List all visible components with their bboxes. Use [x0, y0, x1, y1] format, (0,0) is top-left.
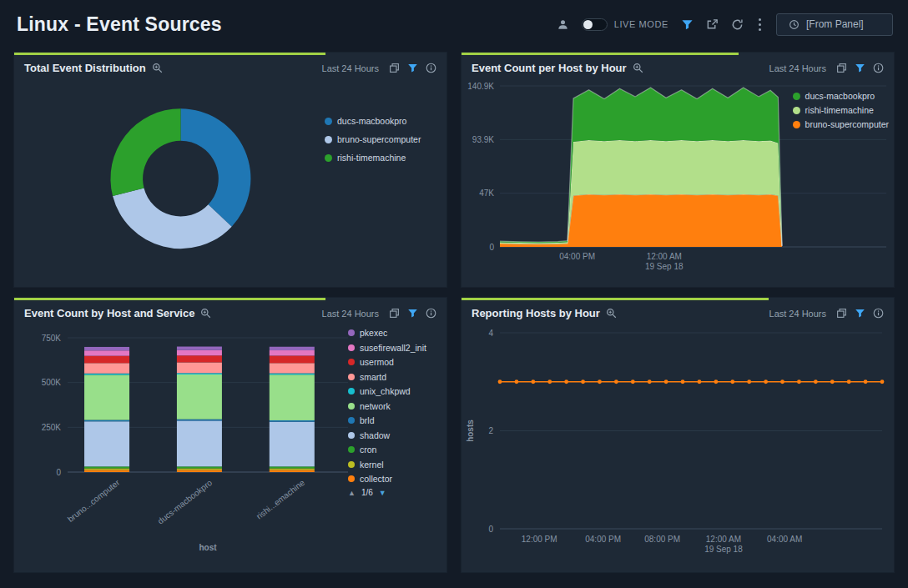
info-icon[interactable] — [426, 63, 436, 73]
zoom-in-icon[interactable] — [606, 308, 617, 319]
svg-text:4: 4 — [488, 329, 493, 338]
legend-label: unix_chkpwd — [360, 386, 411, 396]
legend-item[interactable]: pkexec — [348, 328, 440, 338]
svg-text:04:00 PM: 04:00 PM — [559, 252, 595, 261]
legend-item[interactable]: network — [348, 401, 440, 411]
legend-dot — [348, 446, 355, 453]
svg-text:250K: 250K — [42, 423, 62, 432]
legend-dot — [348, 374, 355, 380]
live-mode-toggle[interactable] — [582, 18, 608, 31]
legend-label: ducs-macbookpro — [337, 116, 406, 126]
clock-icon — [789, 19, 800, 30]
legend-item[interactable]: shadow — [348, 430, 440, 440]
chart-legend: ducs-macbookprobruno-supercomputerrishi-… — [325, 116, 421, 163]
info-icon[interactable] — [426, 308, 436, 319]
legend-item[interactable]: usermod — [348, 357, 440, 367]
time-range-label: Last 24 Hours — [769, 309, 826, 319]
svg-text:12:00 PM: 12:00 PM — [522, 535, 557, 544]
zoom-in-icon[interactable] — [633, 63, 643, 73]
legend-label: bruno-supercomputer — [805, 119, 889, 129]
legend-item[interactable]: smartd — [348, 372, 440, 382]
svg-text:12:00 AM: 12:00 AM — [647, 252, 682, 261]
svg-text:500K: 500K — [42, 378, 62, 387]
legend-label: network — [360, 401, 391, 411]
panel-header: Reporting Hosts by Hour Last 24 Hours — [462, 298, 894, 324]
top-bar: Linux - Event Sources LIVE MODE [From P — [0, 0, 908, 48]
legend-dot — [793, 121, 800, 128]
zoom-in-icon[interactable] — [152, 63, 163, 73]
panel-filter-icon[interactable] — [407, 63, 418, 73]
legend-item[interactable]: collector — [348, 474, 440, 484]
refresh-icon[interactable] — [731, 18, 744, 31]
legend-item[interactable]: susefirewall2_init — [348, 343, 440, 353]
svg-text:rishi...emachine: rishi...emachine — [255, 478, 306, 521]
legend-dot — [325, 118, 332, 125]
info-icon[interactable] — [873, 308, 884, 319]
legend-item[interactable]: unix_chkpwd — [348, 386, 440, 396]
line-chart[interactable]: 02412:00 PM04:00 PM08:00 PM12:00 AM19 Se… — [462, 328, 894, 572]
svg-text:0: 0 — [489, 243, 494, 252]
legend-item[interactable]: bruno-supercomputer — [793, 119, 889, 129]
time-range-button-label: [From Panel] — [806, 18, 864, 30]
user-icon[interactable] — [557, 18, 569, 31]
panel-total-event-distribution: Total Event Distribution Last 24 Hours — [13, 52, 447, 288]
legend-label: susefirewall2_init — [360, 343, 426, 353]
info-icon[interactable] — [873, 63, 884, 73]
legend-label: rishi-timemachine — [805, 105, 874, 115]
page-title: Linux - Event Sources — [17, 13, 222, 36]
copy-panel-icon[interactable] — [836, 63, 847, 73]
top-bar-controls: LIVE MODE [From Panel] — [557, 13, 893, 36]
svg-text:0: 0 — [488, 525, 493, 534]
panel-header: Total Event Distribution Last 24 Hours — [14, 53, 446, 78]
panel-filter-icon[interactable] — [855, 63, 865, 73]
panel-title: Event Count by Host and Service — [24, 307, 194, 319]
panel-grid: Total Event Distribution Last 24 Hours — [0, 48, 908, 586]
time-range-label: Last 24 Hours — [322, 309, 379, 319]
time-range-label: Last 24 Hours — [322, 63, 379, 73]
legend-item[interactable]: bruno-supercomputer — [325, 134, 421, 144]
panel-title: Event Count per Host by Hour — [472, 62, 627, 74]
legend-item[interactable]: rishi-timemachine — [793, 105, 889, 115]
share-icon[interactable] — [706, 18, 719, 31]
time-range-button[interactable]: [From Panel] — [776, 13, 893, 36]
svg-text:140.9K: 140.9K — [467, 83, 494, 91]
pager-down-icon[interactable]: ▼ — [379, 489, 386, 497]
pager-up-icon[interactable]: ▲ — [348, 489, 356, 497]
legend-item[interactable]: cron — [348, 445, 440, 455]
svg-text:hosts: hosts — [466, 420, 475, 442]
legend-dot — [348, 432, 355, 439]
panel-filter-icon[interactable] — [855, 308, 865, 319]
panel-reporting-hosts: Reporting Hosts by Hour Last 24 Hours — [461, 297, 895, 573]
svg-text:47K: 47K — [479, 188, 494, 198]
panel-event-count-per-host: Event Count per Host by Hour Last 24 Hou… — [461, 52, 895, 288]
kebab-menu-icon[interactable] — [756, 17, 764, 32]
copy-panel-icon[interactable] — [836, 308, 847, 319]
legend-item[interactable]: kernel — [348, 460, 440, 470]
legend-dot — [348, 359, 355, 365]
legend-label: rishi-timemachine — [337, 153, 406, 163]
donut-chart[interactable] — [14, 83, 446, 287]
filter-icon[interactable] — [681, 18, 694, 31]
legend-label: cron — [360, 445, 376, 455]
copy-panel-icon[interactable] — [389, 308, 400, 319]
svg-text:19 Sep 18: 19 Sep 18 — [645, 262, 684, 271]
legend-item[interactable]: ducs-macbookpro — [793, 91, 889, 101]
svg-text:04:00 AM: 04:00 AM — [767, 535, 802, 544]
svg-text:19 Sep 18: 19 Sep 18 — [704, 545, 743, 554]
legend-label: pkexec — [360, 328, 387, 338]
legend-label: collector — [360, 474, 392, 484]
pager-text: 1/6 — [361, 488, 373, 497]
svg-text:08:00 PM: 08:00 PM — [644, 535, 680, 544]
legend-item[interactable]: rishi-timemachine — [325, 153, 421, 163]
panel-event-count-by-host-service: Event Count by Host and Service Last 24 … — [13, 297, 447, 573]
copy-panel-icon[interactable] — [389, 63, 400, 73]
zoom-in-icon[interactable] — [200, 308, 211, 319]
legend-item[interactable]: ducs-macbookpro — [325, 116, 421, 126]
chart-legend: pkexecsusefirewall2_initusermodsmartduni… — [348, 328, 440, 484]
panel-filter-icon[interactable] — [407, 308, 418, 319]
legend-dot — [348, 344, 355, 351]
panel-header: Event Count per Host by Hour Last 24 Hou… — [462, 53, 894, 78]
legend-dot — [325, 136, 332, 143]
legend-item[interactable]: brld — [348, 415, 440, 425]
legend-dot — [348, 403, 355, 410]
